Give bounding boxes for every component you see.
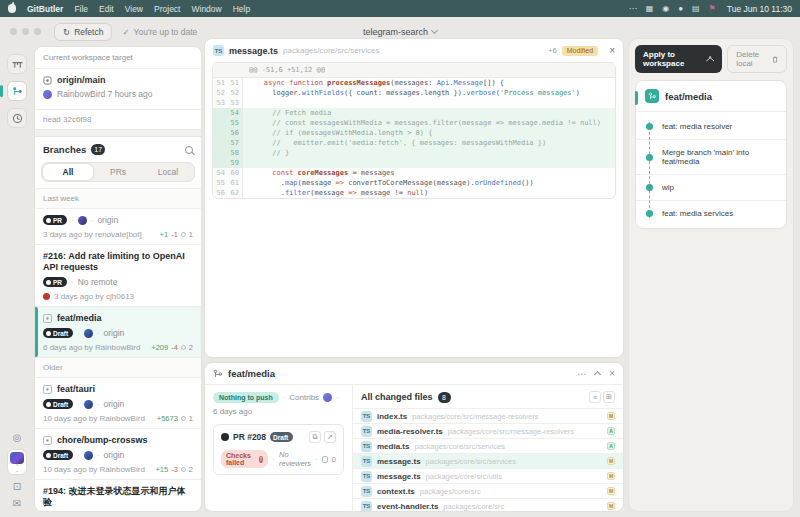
menu-item-project[interactable]: Project bbox=[154, 4, 180, 14]
collapse-panel-button[interactable] bbox=[594, 371, 601, 378]
old-line-number bbox=[213, 158, 228, 168]
pr-summary-section: Nothing to push · Contribs · 6 days ago … bbox=[205, 385, 353, 511]
changed-file-row[interactable]: TSmedia-resolver.tspackages/core/src/mes… bbox=[353, 423, 623, 438]
mail-icon[interactable]: ✉ bbox=[13, 498, 21, 509]
branch-list-item[interactable]: chore/bump-crosswsDraft··origin10 days a… bbox=[35, 429, 201, 480]
branch-item-badges: PR·No remote bbox=[43, 277, 193, 287]
menu-bar: GitButler FileEditViewProjectWindowHelp … bbox=[0, 0, 800, 17]
github-icon bbox=[46, 218, 51, 223]
changed-file-row[interactable]: TSevent-handler.tspackages/core/srcM bbox=[353, 498, 623, 511]
branch-age: 6 days ago bbox=[213, 407, 252, 416]
menu-item-file[interactable]: File bbox=[74, 4, 88, 14]
record-icon[interactable]: ● bbox=[678, 4, 683, 13]
badge-label: Draft bbox=[53, 330, 68, 337]
workspace-target[interactable]: origin/main RainbowBird 7 hours ago bbox=[35, 69, 201, 103]
search-icon[interactable] bbox=[185, 146, 193, 154]
checks-failed-badge[interactable]: Checks failed! bbox=[221, 450, 268, 468]
traffic-close-button[interactable] bbox=[10, 28, 17, 35]
changed-file-row[interactable]: TSmessage.tspackages/core/src/utilsM bbox=[353, 468, 623, 483]
pr-badge: PR bbox=[43, 215, 67, 225]
draft-badge: Draft bbox=[43, 450, 73, 460]
menu-app-name[interactable]: GitButler bbox=[27, 4, 63, 14]
apply-to-workspace-button[interactable]: Apply to workspace bbox=[635, 45, 722, 73]
delete-local-button[interactable]: Delete local bbox=[727, 45, 787, 73]
open-pr-button[interactable]: ↗ bbox=[324, 431, 336, 443]
close-file-button[interactable]: × bbox=[609, 45, 615, 56]
apple-icon[interactable] bbox=[8, 4, 16, 13]
code-text: // if (messagesWithMedia.length > 0) { bbox=[243, 128, 432, 138]
added-lines-count: +6 bbox=[548, 46, 557, 55]
old-line-number: 51 bbox=[213, 78, 228, 88]
menu-item-view[interactable]: View bbox=[125, 4, 143, 14]
menu-item-window[interactable]: Window bbox=[191, 4, 221, 14]
changed-file-row[interactable]: TSmedia.tspackages/core/src/servicesA bbox=[353, 438, 623, 453]
project-switcher[interactable]: telegram-search bbox=[363, 27, 437, 37]
commit-row[interactable]: feat: media resolver bbox=[636, 114, 786, 140]
branches-view-button[interactable] bbox=[7, 81, 27, 101]
branch-list-item[interactable]: #194: 改进未登录状态显示和用户体验PR·No remote14 days … bbox=[35, 480, 201, 511]
list-view-toggle[interactable]: ≡ bbox=[589, 391, 601, 403]
commit-row[interactable]: Merge branch 'main' into feat/media bbox=[636, 140, 786, 175]
share-feedback-icon[interactable]: ⊡ bbox=[13, 481, 21, 492]
flag-icon[interactable]: ⚑ bbox=[709, 4, 716, 13]
menu-clock[interactable]: Tue Jun 10 11:30 bbox=[727, 4, 792, 14]
check-icon: ✓ bbox=[122, 27, 129, 37]
changed-file-row[interactable]: TSindex.tspackages/core/src/message-reso… bbox=[353, 408, 623, 423]
controller-icon[interactable]: ◉ bbox=[662, 4, 669, 13]
branch-list-item[interactable]: PR··origin3 days ago by renovate[bot]+1-… bbox=[35, 209, 201, 245]
refetch-button[interactable]: ↻ Refetch bbox=[54, 23, 112, 41]
old-line-number: 54 bbox=[213, 168, 228, 178]
commit-row[interactable]: wip bbox=[636, 175, 786, 201]
changed-file-row[interactable]: TScontext.tspackages/core/srcM bbox=[353, 483, 623, 498]
branch-icon bbox=[645, 89, 659, 103]
meta-text: 6 days ago by RainbowBird bbox=[43, 343, 140, 352]
branch-section-label: Older bbox=[35, 358, 201, 378]
history-view-button[interactable] bbox=[7, 108, 27, 128]
old-line-number: 52 bbox=[213, 88, 228, 98]
avatar bbox=[84, 451, 93, 460]
tab-all[interactable]: All bbox=[43, 164, 93, 180]
close-panel-button[interactable]: × bbox=[609, 368, 615, 379]
menu-item-help[interactable]: Help bbox=[233, 4, 250, 14]
branch-list-item[interactable]: feat/mediaDraft··origin6 days ago by Rai… bbox=[35, 307, 201, 358]
tree-view-toggle[interactable]: ⊞ bbox=[603, 391, 615, 403]
separator: · bbox=[77, 451, 80, 460]
settings-icon[interactable]: ◎ bbox=[13, 432, 22, 443]
pr-badge: PR bbox=[43, 277, 67, 287]
stack-branch-card: feat/media feat: media resolverMerge bra… bbox=[635, 80, 787, 229]
workspace-view-button[interactable] bbox=[7, 54, 27, 74]
branch-list-item[interactable]: feat/tauriDraft··origin10 days ago by Ra… bbox=[35, 378, 201, 429]
commit-message: Merge branch 'main' into feat/media bbox=[662, 148, 777, 166]
new-line-number: 59 bbox=[228, 158, 243, 168]
file-name: event-handler.ts bbox=[377, 502, 438, 511]
branch-name-text: #194: 改进未登录状态显示和用户体验 bbox=[43, 486, 193, 508]
diff-view[interactable]: @@ -51,6 +51,12 @@ 5151 async function p… bbox=[212, 62, 616, 199]
meta-text: 3 days ago by cjh0613 bbox=[54, 292, 134, 301]
file-status-badge: M bbox=[607, 412, 615, 420]
keyboard-icon[interactable]: ▤ bbox=[692, 4, 700, 13]
traffic-zoom-button[interactable] bbox=[34, 28, 41, 35]
tab-local[interactable]: Local bbox=[143, 164, 193, 180]
window-icon[interactable]: ▦ bbox=[646, 4, 654, 13]
file-name: index.ts bbox=[377, 412, 407, 421]
code-line: 55 // const messagesWithMedia = messages… bbox=[213, 118, 615, 128]
menu-item-edit[interactable]: Edit bbox=[99, 4, 114, 14]
rail-bottom: ◎ ⌃⌄ ⊡ ✉ bbox=[7, 432, 27, 509]
target-author: RainbowBird 7 hours ago bbox=[57, 89, 152, 99]
stack-branch-header[interactable]: feat/media bbox=[636, 81, 786, 112]
more-options-button[interactable]: ⋯ bbox=[577, 369, 586, 379]
branch-list-item[interactable]: #216: Add rate limiting to OpenAI API re… bbox=[35, 245, 201, 307]
changed-files-section: All changed files 8 ≡ ⊞ TSindex.tspackag… bbox=[353, 385, 623, 511]
new-line-number: 60 bbox=[228, 168, 243, 178]
changed-files-list: TSindex.tspackages/core/src/message-reso… bbox=[353, 408, 623, 511]
separator: · bbox=[97, 329, 100, 338]
code-line: 54 // Fetch media bbox=[213, 108, 615, 118]
changed-file-row[interactable]: TSmessage.tspackages/core/src/servicesM bbox=[353, 453, 623, 468]
traffic-minimize-button[interactable] bbox=[22, 28, 29, 35]
project-avatar-button[interactable]: ⌃⌄ bbox=[7, 449, 27, 475]
tab-prs[interactable]: PRs bbox=[93, 164, 143, 180]
pr-card[interactable]: PR #208 Draft ⧉ ↗ Checks failed! · No re… bbox=[213, 424, 344, 475]
commit-row[interactable]: feat: media services bbox=[636, 201, 786, 226]
copy-pr-link-button[interactable]: ⧉ bbox=[309, 431, 321, 443]
more-icon[interactable]: ⋯ bbox=[629, 4, 637, 13]
